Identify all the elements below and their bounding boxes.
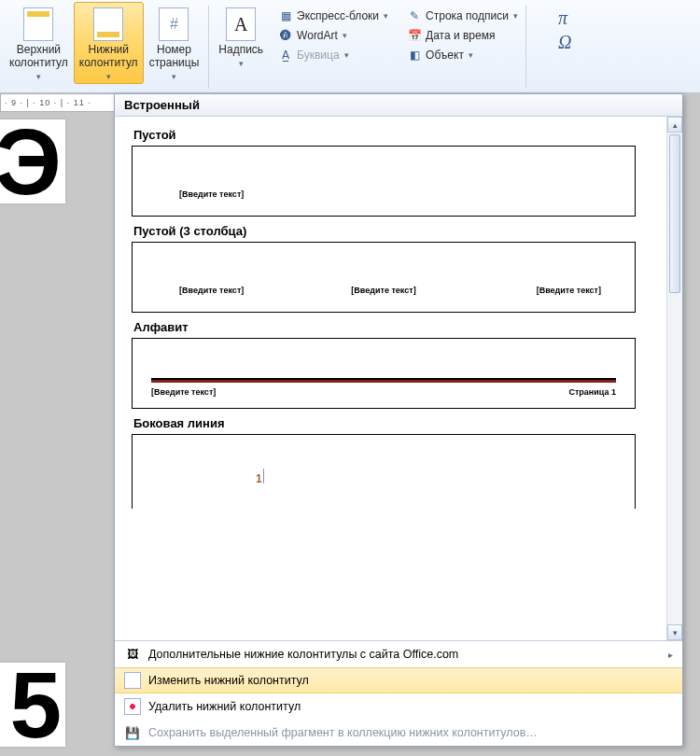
placeholder-text: [Введите текст] [179, 286, 244, 295]
text-group: A Надпись ▾ ▦ Экспресс-блоки ▾ 🅐 WordArt… [213, 2, 522, 92]
quick-parts-label: Экспресс-блоки [297, 9, 379, 22]
gallery-scrollbar[interactable]: ▴ ▾ [666, 117, 682, 640]
gallery-item-sideline[interactable]: 1 [132, 434, 636, 509]
drop-cap-label: Буквица [297, 49, 340, 62]
page-fragment-bottom: 5 [0, 663, 65, 747]
date-time-label: Дата и время [426, 29, 495, 42]
wordart-icon: 🅐 [278, 28, 293, 43]
quick-parts-button[interactable]: ▦ Экспресс-блоки ▾ [274, 7, 392, 24]
remove-footer-label: Удалить нижний колонтитул [148, 700, 301, 713]
object-label: Объект [426, 49, 464, 62]
textbox-button-label: Надпись [218, 43, 263, 56]
remove-footer-icon [124, 698, 141, 715]
scroll-up-button[interactable]: ▴ [667, 117, 682, 133]
dropdown-arrow-icon: ▾ [513, 11, 518, 21]
footer-gallery-dropdown: Встроенный ▴ ▾ Пустой [Введите текст] Пу… [114, 93, 683, 747]
ribbon-separator [208, 6, 209, 89]
drop-cap-button[interactable]: A̲ Буквица ▾ [274, 47, 392, 63]
remove-footer[interactable]: Удалить нижний колонтитул [115, 693, 682, 720]
more-footers-label: Дополнительные нижние колонтитулы с сайт… [148, 648, 458, 661]
gallery-item-title: Боковая линия [133, 416, 660, 430]
drop-cap-icon: A̲ [278, 48, 293, 63]
signature-line-button[interactable]: ✎ Строка подписи ▾ [403, 7, 522, 24]
more-footers-online[interactable]: 🖼 Дополнительные нижние колонтитулы с са… [115, 641, 682, 667]
footer-button-label: Нижнийколонтитул [79, 43, 138, 69]
page-number-text: Страница 1 [568, 387, 616, 397]
footer-icon [93, 7, 123, 41]
quick-parts-icon: ▦ [278, 8, 293, 23]
placeholder-text: [Введите текст] [351, 286, 415, 295]
object-button[interactable]: ◧ Объект ▾ [403, 47, 522, 63]
header-footer-group: Верхнийколонтитул ▾ Нижнийколонтитул ▾ #… [4, 2, 204, 92]
dropdown-arrow-icon: ▾ [36, 70, 41, 83]
page-fragment-text: 5 [9, 663, 62, 747]
office-online-icon: 🖼 [124, 646, 141, 663]
dropdown-arrow-icon: ▾ [239, 57, 244, 70]
ruler-numbers: · 9 · | · 10 · | · 11 · [5, 98, 91, 107]
gallery-item-blank-3col[interactable]: [Введите текст] [Введите текст] [Введите… [132, 242, 636, 313]
header-icon [23, 7, 53, 41]
symbols-group: π Ω [558, 2, 571, 92]
save-to-gallery-label: Сохранить выделенный фрагмент в коллекци… [148, 726, 538, 739]
text-small-buttons-2: ✎ Строка подписи ▾ 📅 Дата и время ◧ Объе… [403, 2, 522, 63]
symbol-icon[interactable]: Ω [558, 32, 571, 53]
textbox-icon: A [226, 7, 256, 41]
gallery-footer: 🖼 Дополнительные нижние колонтитулы с са… [115, 640, 682, 746]
placeholder-text: [Введите текст] [151, 387, 216, 397]
page-number-icon: # [159, 7, 189, 41]
equation-icon[interactable]: π [558, 7, 571, 29]
page-number-button[interactable]: # Номерстраницы ▾ [144, 2, 205, 83]
horizontal-ruler: · 9 · | · 10 · | · 11 · [0, 93, 121, 112]
dropdown-arrow-icon: ▾ [384, 11, 388, 21]
save-to-gallery: 💾 Сохранить выделенный фрагмент в коллек… [115, 720, 682, 746]
gallery-item-title: Алфавит [133, 320, 660, 334]
edit-footer-label: Изменить нижний колонтитул [148, 674, 309, 687]
edit-footer-icon [124, 672, 141, 689]
dropdown-arrow-icon: ▾ [344, 50, 349, 60]
dropdown-arrow-icon: ▾ [469, 50, 473, 60]
dropdown-arrow-icon: ▾ [172, 70, 176, 83]
gallery-body: ▴ ▾ Пустой [Введите текст] Пустой (3 сто… [115, 117, 682, 640]
gallery-header: Встроенный [115, 94, 682, 117]
placeholder-text: [Введите текст] [179, 189, 244, 199]
wordart-button[interactable]: 🅐 WordArt ▾ [274, 27, 392, 44]
page-fragment-text: Э [0, 119, 62, 203]
dropdown-arrow-icon: ▾ [343, 31, 347, 40]
header-button[interactable]: Верхнийколонтитул ▾ [4, 2, 74, 83]
date-time-button[interactable]: 📅 Дата и время [403, 27, 522, 44]
save-icon: 💾 [124, 724, 141, 741]
edit-footer[interactable]: Изменить нижний колонтитул [115, 667, 682, 693]
gallery-item-alphabet[interactable]: [Введите текст] Страница 1 [132, 338, 636, 409]
signature-line-label: Строка подписи [426, 9, 509, 22]
gallery-item-title: Пустой [133, 128, 660, 142]
page-fragment-top: Э [0, 119, 65, 203]
scroll-down-button[interactable]: ▾ [667, 624, 682, 640]
scroll-thumb[interactable] [669, 134, 680, 293]
date-time-icon: 📅 [407, 28, 422, 43]
wordart-label: WordArt [297, 29, 338, 42]
object-icon: ◧ [407, 48, 422, 63]
footer-button[interactable]: Нижнийколонтитул ▾ [74, 2, 144, 84]
header-button-label: Верхнийколонтитул [9, 43, 68, 69]
placeholder-text: [Введите текст] [537, 286, 601, 295]
ribbon: Верхнийколонтитул ▾ Нижнийколонтитул ▾ #… [0, 0, 700, 93]
dropdown-arrow-icon: ▾ [106, 70, 111, 83]
alphabet-rule-icon [151, 378, 616, 383]
chevron-right-icon: ▸ [668, 650, 673, 660]
textbox-button[interactable]: A Надпись ▾ [213, 2, 269, 70]
text-caret-icon [263, 469, 264, 483]
ribbon-separator [525, 6, 526, 89]
page-number-text: 1 [256, 472, 262, 485]
gallery-item-blank[interactable]: [Введите текст] [132, 146, 636, 217]
page-number-button-label: Номерстраницы [149, 43, 200, 69]
signature-line-icon: ✎ [407, 8, 422, 23]
text-small-buttons: ▦ Экспресс-блоки ▾ 🅐 WordArt ▾ A̲ Буквиц… [274, 2, 392, 63]
gallery-item-title: Пустой (3 столбца) [133, 224, 660, 238]
